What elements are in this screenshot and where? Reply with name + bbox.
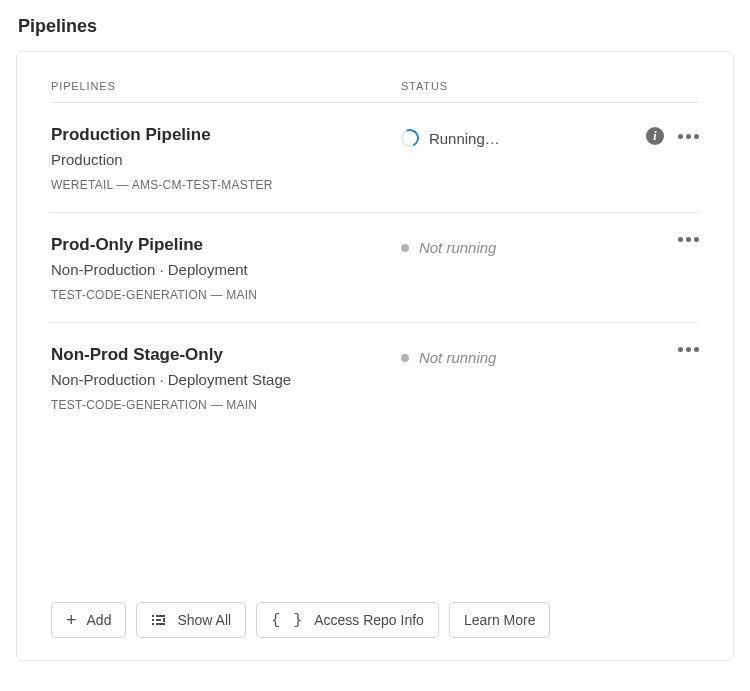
pipeline-subtitle: Non-Production · Deployment Stage <box>51 371 401 388</box>
status-dot-icon <box>401 244 409 252</box>
spinner-icon <box>398 126 421 149</box>
learn-more-button-label: Learn More <box>464 612 536 628</box>
show-all-button[interactable]: Show All <box>136 602 246 638</box>
page-title: Pipelines <box>18 16 734 37</box>
pipeline-name: Prod-Only Pipeline <box>51 235 401 255</box>
table-header: PIPELINES STATUS <box>51 80 699 103</box>
add-button[interactable]: + Add <box>51 602 126 638</box>
more-actions-icon[interactable] <box>678 347 699 352</box>
show-all-button-label: Show All <box>177 612 231 628</box>
pipeline-name: Non-Prod Stage-Only <box>51 345 401 365</box>
more-actions-icon[interactable] <box>678 134 699 139</box>
access-repo-info-button-label: Access Repo Info <box>314 612 424 628</box>
card-footer: + Add Show All { } Access Repo Info Lear… <box>51 602 699 638</box>
table-row: Non-Prod Stage-Only Non-Production · Dep… <box>51 323 699 432</box>
pipeline-subtitle: Non-Production · Deployment <box>51 261 401 278</box>
pipeline-meta: WERETAIL — AMS-CM-TEST-MASTER <box>51 178 401 192</box>
plus-icon: + <box>66 611 77 629</box>
learn-more-button[interactable]: Learn More <box>449 602 551 638</box>
pipeline-meta: TEST-CODE-GENERATION — MAIN <box>51 398 401 412</box>
access-repo-info-button[interactable]: { } Access Repo Info <box>256 602 439 638</box>
svg-rect-3 <box>156 615 165 617</box>
column-header-pipelines: PIPELINES <box>51 80 401 92</box>
svg-rect-6 <box>163 618 165 622</box>
status-dot-icon <box>401 354 409 362</box>
pipeline-name: Production Pipeline <box>51 125 401 145</box>
svg-rect-0 <box>152 615 154 617</box>
braces-icon: { } <box>271 613 304 628</box>
show-all-icon <box>151 612 167 628</box>
add-button-label: Add <box>87 612 112 628</box>
more-actions-icon[interactable] <box>678 237 699 242</box>
table-row: Prod-Only Pipeline Non-Production · Depl… <box>51 213 699 323</box>
svg-rect-1 <box>152 619 154 621</box>
pipeline-subtitle: Production <box>51 151 401 168</box>
pipelines-card: PIPELINES STATUS Production Pipeline Pro… <box>16 51 734 661</box>
svg-rect-5 <box>156 623 165 625</box>
status-text: Not running <box>419 349 497 366</box>
status-text: Not running <box>419 239 497 256</box>
column-header-status: STATUS <box>401 80 629 92</box>
info-icon[interactable]: i <box>646 127 664 145</box>
pipelines-table: PIPELINES STATUS Production Pipeline Pro… <box>51 80 699 432</box>
svg-rect-4 <box>156 619 161 621</box>
status-text: Running… <box>429 130 500 147</box>
pipeline-meta: TEST-CODE-GENERATION — MAIN <box>51 288 401 302</box>
svg-rect-2 <box>152 623 154 625</box>
table-row: Production Pipeline Production WERETAIL … <box>51 103 699 213</box>
